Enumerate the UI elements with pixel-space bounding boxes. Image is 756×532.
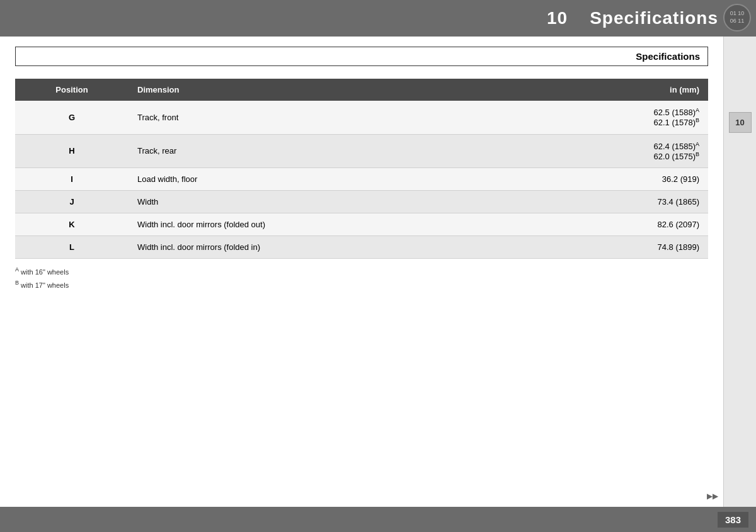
table-header-row: Position Dimension in (mm): [15, 79, 708, 101]
header-title: Specifications: [590, 8, 718, 28]
bottom-bar: 383: [0, 507, 756, 532]
footnote: B with 17" wheels: [15, 278, 708, 291]
unit-line2: 62.0 (1575)B: [578, 151, 699, 161]
cell-position: J: [15, 191, 129, 213]
table-row: LWidth incl. door mirrors (folded in)74.…: [15, 236, 708, 259]
cell-dimension: Width incl. door mirrors (folded in): [129, 236, 570, 259]
cell-dimension: Track, rear: [129, 134, 570, 168]
badge-line2: 06 11: [730, 18, 745, 25]
col-header-dimension: Dimension: [129, 79, 570, 101]
right-sidebar: 10: [723, 37, 756, 532]
footnote: A with 16" wheels: [15, 265, 708, 278]
chapter-badge: 01 10 06 11: [723, 4, 751, 31]
badge-line1: 01 10: [730, 10, 745, 18]
cell-position: K: [15, 213, 129, 236]
cell-position: G: [15, 101, 129, 134]
cell-unit: 62.4 (1585)A62.0 (1575)B: [570, 134, 708, 168]
cell-unit: 36.2 (919): [570, 168, 708, 191]
unit-line1: 62.5 (1588)A: [578, 107, 699, 117]
cell-unit: 74.8 (1899): [570, 236, 708, 259]
main-content: Specifications Position Dimension in (mm…: [0, 37, 723, 507]
footnotes: A with 16" wheelsB with 17" wheels: [15, 265, 708, 291]
section-heading-text: Specifications: [636, 51, 700, 62]
cell-position: H: [15, 134, 129, 168]
section-heading-box: Specifications: [15, 47, 708, 66]
cell-dimension: Track, front: [129, 101, 570, 134]
cell-dimension: Width incl. door mirrors (folded out): [129, 213, 570, 236]
col-header-unit: in (mm): [570, 79, 708, 101]
chapter-title: 10 Specifications: [547, 8, 718, 28]
page-number: 383: [718, 512, 748, 528]
chapter-tab: 10: [729, 112, 752, 133]
table-row: HTrack, rear62.4 (1585)A62.0 (1575)B: [15, 134, 708, 168]
cell-dimension: Load width, floor: [129, 168, 570, 191]
table-row: JWidth73.4 (1865): [15, 191, 708, 213]
specs-table: Position Dimension in (mm) GTrack, front…: [15, 79, 708, 259]
cell-unit: 73.4 (1865): [570, 191, 708, 213]
table-row: KWidth incl. door mirrors (folded out)82…: [15, 213, 708, 236]
cell-dimension: Width: [129, 191, 570, 213]
nav-arrows[interactable]: ▶▶: [707, 492, 718, 501]
table-row: GTrack, front62.5 (1588)A62.1 (1578)B: [15, 101, 708, 134]
cell-position: L: [15, 236, 129, 259]
top-header: 10 Specifications 01 10 06 11: [0, 0, 756, 37]
chapter-tab-label: 10: [735, 118, 744, 127]
cell-position: I: [15, 168, 129, 191]
cell-unit: 82.6 (2097): [570, 213, 708, 236]
unit-line2: 62.1 (1578)B: [578, 117, 699, 127]
table-row: ILoad width, floor36.2 (919): [15, 168, 708, 191]
chapter-number: 10: [547, 8, 568, 28]
nav-arrows-icon[interactable]: ▶▶: [707, 492, 718, 501]
col-header-position: Position: [15, 79, 129, 101]
unit-line1: 62.4 (1585)A: [578, 141, 699, 151]
cell-unit: 62.5 (1588)A62.1 (1578)B: [570, 101, 708, 134]
